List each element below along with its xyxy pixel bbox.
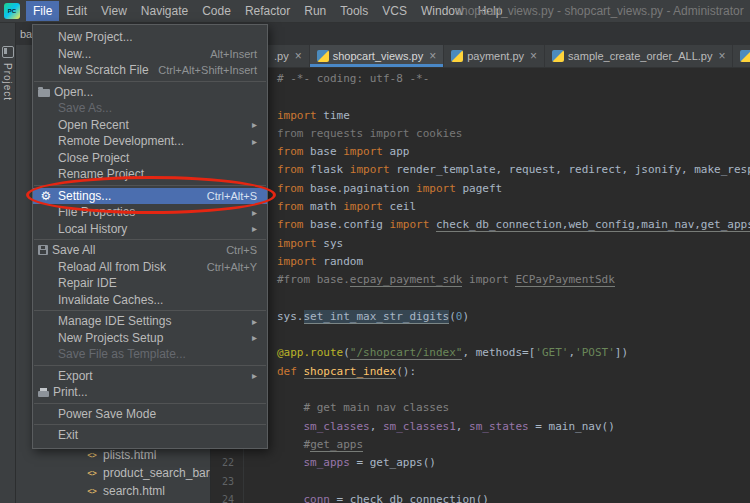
menu-item-label: Exit	[58, 428, 78, 442]
menubar-item-vcs[interactable]: VCS	[375, 1, 414, 21]
project-tree-item-plists-html[interactable]: plists.html	[16, 446, 210, 464]
menu-item-print[interactable]: Print...	[33, 384, 267, 401]
menu-item-icon-slot	[38, 134, 54, 148]
tab-label: sample_create_order_ALL.py	[568, 50, 712, 62]
menu-item-reload-all-from-disk[interactable]: Reload All from DiskCtrl+Alt+Y	[33, 259, 267, 276]
code-line: 20 sm_classes, sm_classes1, sm_states = …	[211, 418, 750, 436]
menu-item-invalidate-caches[interactable]: Invalidate Caches...	[33, 292, 267, 309]
menu-item-label: Power Save Mode	[58, 407, 156, 421]
window-title: shopcart_views.py - shopcart_views.py - …	[455, 0, 744, 22]
code-text: # get main nav classes	[244, 399, 449, 417]
menu-item-new-projects-setup[interactable]: New Projects Setup▸	[33, 330, 267, 347]
menu-item-icon-slot	[38, 101, 54, 115]
menu-item-label: New Project...	[58, 30, 133, 44]
menubar-item-code[interactable]: Code	[195, 1, 238, 21]
menu-item-settings[interactable]: Settings...Ctrl+Alt+S	[33, 188, 267, 205]
code-line: 17def shopcart_index():	[211, 363, 750, 381]
menu-item-export[interactable]: Export▸	[33, 368, 267, 385]
menu-item-power-save-mode[interactable]: Power Save Mode	[33, 406, 267, 423]
menu-item-label: New...	[58, 47, 91, 61]
code-line: 15	[211, 326, 750, 344]
code-line: 14sys.set_int_max_str_digits(0)	[211, 308, 750, 326]
code-line: 8from math import ceil	[211, 198, 750, 216]
close-tab-icon[interactable]: ×	[429, 49, 436, 63]
code-text: @app.route("/shopcart/index", methods=['…	[244, 344, 628, 362]
menubar-item-edit[interactable]: Edit	[59, 1, 94, 21]
code-text: sm_apps = get_apps()	[244, 454, 436, 472]
menubar-item-file[interactable]: File	[26, 1, 59, 21]
tree-item-label: search.html	[103, 484, 165, 498]
menu-item-icon-slot	[38, 118, 54, 132]
submenu-arrow-icon: ▸	[252, 223, 257, 234]
line-number[interactable]: 24	[211, 491, 244, 503]
menu-item-new-scratch-file[interactable]: New Scratch FileCtrl+Alt+Shift+Insert	[33, 62, 267, 79]
editor-tab-shopcart-views-py[interactable]: shopcart_views.py×	[310, 45, 445, 67]
code-line: 10import sys	[211, 235, 750, 253]
close-tab-icon[interactable]: ×	[530, 49, 537, 63]
menu-separator	[34, 185, 266, 186]
menu-item-repair-ide[interactable]: Repair IDE	[33, 275, 267, 292]
project-tree-item-search-html[interactable]: search.html	[16, 482, 210, 500]
menu-item-new-project[interactable]: New Project...	[33, 29, 267, 46]
menu-item-shortcut: Ctrl+Alt+Shift+Insert	[158, 64, 257, 76]
menu-item-manage-ide-settings[interactable]: Manage IDE Settings▸	[33, 313, 267, 330]
menu-item-label: Save All	[52, 243, 95, 257]
code-text: from base import app	[244, 143, 410, 161]
menu-item-label: Local History	[58, 222, 127, 236]
menu-item-local-history[interactable]: Local History▸	[33, 221, 267, 238]
line-number[interactable]: 23	[211, 473, 244, 491]
editor-tab-testch[interactable]: testch	[733, 45, 750, 67]
menu-item-shortcut: Ctrl+Alt+Y	[207, 261, 257, 273]
menubar-item-navigate[interactable]: Navigate	[134, 1, 195, 21]
tab-label: shopcart_views.py	[333, 50, 424, 62]
menu-item-exit[interactable]: Exit	[33, 427, 267, 444]
code-editor[interactable]: 1# -*- coding: utf-8 -*-23import time4fr…	[211, 68, 750, 503]
menubar-item-run[interactable]: Run	[297, 1, 333, 21]
menu-item-remote-development[interactable]: Remote Development...▸	[33, 133, 267, 150]
menu-item-file-properties[interactable]: File Properties▸	[33, 204, 267, 221]
menu-item-label: Rename Project...	[58, 167, 154, 181]
menu-item-icon-slot	[38, 331, 54, 345]
code-text: def shopcart_index():	[244, 363, 416, 381]
menu-item-icon-slot	[38, 369, 54, 383]
editor-tab-sample-create-order-all-py[interactable]: sample_create_order_ALL.py×	[545, 45, 733, 67]
code-text: from base.pagination import pageft	[244, 180, 502, 198]
project-tool-icon[interactable]	[2, 46, 14, 58]
menu-item-rename-project[interactable]: Rename Project...	[33, 166, 267, 183]
menu-item-save-all[interactable]: Save AllCtrl+S	[33, 242, 267, 259]
submenu-arrow-icon: ▸	[252, 316, 257, 327]
menubar-item-refactor[interactable]: Refactor	[238, 1, 297, 21]
close-tab-icon[interactable]: ×	[295, 49, 302, 63]
left-tool-strip: Project	[0, 22, 16, 503]
menu-item-label: Open Recent	[58, 118, 129, 132]
code-line: 22 sm_apps = get_apps()	[211, 454, 750, 472]
menu-item-open-recent[interactable]: Open Recent▸	[33, 117, 267, 134]
python-file-icon	[451, 50, 463, 62]
code-line: 5from base import app	[211, 143, 750, 161]
menu-item-close-project[interactable]: Close Project	[33, 150, 267, 167]
code-line: 21 #get_apps	[211, 436, 750, 454]
editor-tab-payment-py[interactable]: payment.py×	[444, 45, 545, 67]
menu-item-save-as: Save As...	[33, 100, 267, 117]
editor-tab-py[interactable]: .py×	[267, 45, 310, 67]
project-tree-item-product-search-bar-htr[interactable]: product_search_bar.htr	[16, 464, 210, 482]
tab-label: payment.py	[467, 50, 524, 62]
python-file-icon	[740, 50, 750, 62]
code-line: 2	[211, 88, 750, 106]
submenu-arrow-icon: ▸	[252, 207, 257, 218]
menu-item-icon-slot	[38, 407, 54, 421]
project-tool-tab[interactable]: Project	[2, 63, 13, 101]
menubar-item-tools[interactable]: Tools	[333, 1, 375, 21]
save-icon	[38, 245, 48, 255]
menubar-item-view[interactable]: View	[94, 1, 134, 21]
menu-item-new[interactable]: New...Alt+Insert	[33, 46, 267, 63]
html-file-icon	[86, 449, 98, 461]
code-line: 6from flask import render_template, requ…	[211, 161, 750, 179]
menu-separator	[34, 310, 266, 311]
code-text: conn = check_db_connection()	[244, 491, 489, 503]
submenu-arrow-icon: ▸	[252, 332, 257, 343]
line-number[interactable]: 22	[211, 454, 244, 472]
menu-item-open[interactable]: Open...	[33, 84, 267, 101]
close-tab-icon[interactable]: ×	[718, 49, 725, 63]
code-line: 7from base.pagination import pageft	[211, 180, 750, 198]
